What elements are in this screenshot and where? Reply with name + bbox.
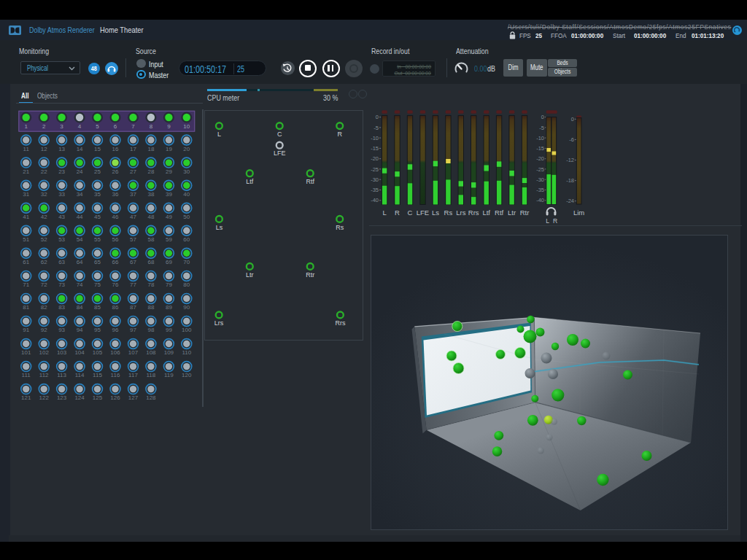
svg-text:-35: -35 (536, 187, 544, 193)
svg-text:95: 95 (94, 327, 101, 333)
svg-text:128: 128 (146, 394, 156, 401)
svg-text:7: 7 (131, 123, 135, 130)
svg-text:31: 31 (23, 191, 29, 198)
svg-text:44: 44 (77, 214, 83, 220)
svg-text:0: 0 (541, 114, 544, 120)
svg-text:73: 73 (58, 281, 65, 288)
svg-text:-40: -40 (371, 197, 379, 203)
svg-text:82: 82 (41, 304, 47, 311)
svg-text:124: 124 (74, 394, 85, 401)
svg-text:-15: -15 (536, 145, 544, 152)
svg-text:R: R (395, 209, 400, 217)
svg-text:-40: -40 (536, 197, 544, 203)
svg-text:Rtf: Rtf (306, 178, 314, 185)
svg-text:-20: -20 (536, 155, 544, 162)
svg-text:6: 6 (114, 123, 117, 130)
svg-text:42: 42 (41, 214, 47, 220)
svg-text:Rtf: Rtf (495, 209, 504, 217)
svg-text:Lrs: Lrs (214, 319, 224, 327)
svg-text:61: 61 (23, 259, 29, 265)
svg-text:Lrs: Lrs (456, 209, 465, 217)
svg-text:120: 120 (182, 372, 192, 378)
svg-text:35: 35 (94, 191, 101, 198)
svg-text:25: 25 (94, 168, 101, 175)
svg-text:-12: -12 (566, 157, 574, 163)
svg-text:40: 40 (183, 191, 190, 198)
svg-text:Ltr: Ltr (246, 271, 254, 279)
svg-text:62: 62 (41, 259, 47, 265)
svg-text:113: 113 (57, 372, 66, 378)
svg-text:38: 38 (147, 191, 154, 198)
svg-text:41: 41 (23, 214, 29, 220)
svg-text:26: 26 (112, 168, 119, 175)
svg-text:101: 101 (21, 349, 31, 356)
svg-text:-20: -20 (371, 155, 379, 162)
svg-text:29: 29 (166, 168, 172, 175)
svg-text:43: 43 (58, 214, 65, 220)
svg-text:68: 68 (147, 259, 154, 265)
svg-text:5: 5 (96, 123, 99, 130)
svg-text:22: 22 (41, 168, 47, 175)
svg-text:19: 19 (166, 146, 172, 152)
svg-text:118: 118 (147, 372, 156, 378)
svg-text:Ltf: Ltf (246, 178, 254, 185)
svg-text:37: 37 (130, 191, 136, 198)
svg-text:Ls: Ls (432, 209, 439, 217)
svg-text:L: L (546, 217, 549, 225)
svg-text:0: 0 (571, 116, 574, 122)
svg-text:-25: -25 (536, 166, 544, 173)
svg-text:77: 77 (130, 281, 136, 288)
svg-text:78: 78 (147, 281, 154, 288)
svg-text:81: 81 (23, 304, 29, 311)
svg-text:79: 79 (166, 281, 172, 288)
svg-text:96: 96 (112, 327, 119, 333)
svg-text:30: 30 (183, 168, 190, 175)
svg-text:33: 33 (58, 191, 65, 198)
svg-text:98: 98 (147, 327, 154, 333)
svg-text:63: 63 (58, 259, 65, 265)
svg-text:114: 114 (75, 372, 85, 378)
svg-text:-25: -25 (371, 166, 379, 173)
svg-text:-6: -6 (569, 136, 574, 143)
svg-text:74: 74 (77, 281, 83, 288)
svg-text:24: 24 (77, 168, 83, 175)
svg-text:50: 50 (183, 214, 190, 220)
svg-text:60: 60 (183, 236, 190, 243)
svg-text:Rtr: Rtr (520, 209, 530, 217)
svg-text:115: 115 (93, 372, 102, 378)
svg-text:-15: -15 (371, 145, 379, 152)
svg-text:20: 20 (183, 146, 190, 152)
svg-text:R: R (337, 131, 342, 138)
svg-text:80: 80 (183, 281, 190, 288)
svg-text:107: 107 (128, 349, 139, 356)
svg-text:109: 109 (164, 349, 174, 356)
svg-text:14: 14 (77, 146, 83, 152)
svg-text:123: 123 (57, 394, 67, 401)
svg-text:4: 4 (78, 123, 82, 130)
svg-text:89: 89 (166, 304, 172, 311)
svg-text:58: 58 (147, 236, 154, 243)
svg-text:L: L (217, 131, 221, 138)
svg-text:47: 47 (130, 214, 136, 220)
svg-text:94: 94 (77, 327, 83, 333)
svg-text:-30: -30 (371, 176, 379, 183)
svg-text:27: 27 (130, 168, 136, 175)
svg-text:23: 23 (58, 168, 65, 175)
svg-text:99: 99 (166, 327, 172, 333)
svg-text:-18: -18 (566, 177, 574, 184)
svg-text:-10: -10 (371, 135, 379, 141)
svg-text:76: 76 (112, 281, 119, 288)
svg-text:-35: -35 (371, 187, 379, 193)
svg-text:2: 2 (42, 123, 46, 130)
svg-text:102: 102 (39, 349, 50, 356)
svg-text:-5: -5 (374, 125, 379, 131)
svg-text:51: 51 (23, 236, 29, 243)
svg-text:119: 119 (164, 372, 174, 378)
svg-text:1: 1 (24, 123, 28, 130)
svg-text:66: 66 (112, 259, 119, 265)
svg-text:Rs: Rs (336, 224, 344, 231)
svg-text:3: 3 (60, 123, 63, 130)
svg-text:49: 49 (166, 214, 172, 220)
svg-text:11: 11 (23, 146, 30, 152)
svg-text:LFE: LFE (274, 149, 286, 157)
